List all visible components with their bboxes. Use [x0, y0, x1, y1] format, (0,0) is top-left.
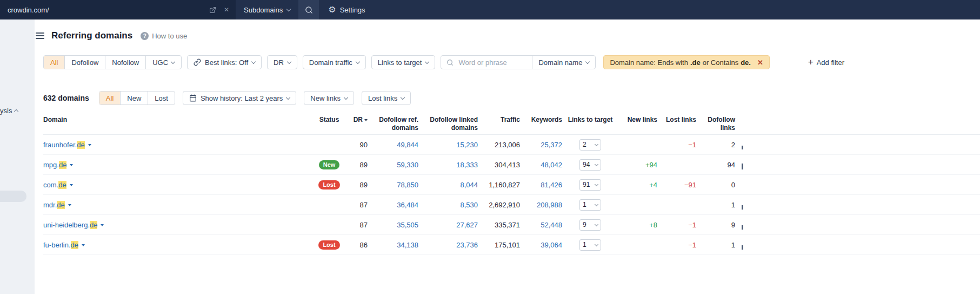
chevron-down-icon	[595, 222, 598, 226]
col-header-links-to-target[interactable]: Links to target	[562, 116, 618, 124]
domain-text: mdr.	[43, 201, 57, 209]
segment-dofollow[interactable]: Dofollow	[64, 56, 105, 69]
domain-highlight: de	[90, 221, 97, 229]
domain-link[interactable]: com.de	[43, 181, 66, 189]
search-button[interactable]	[298, 0, 319, 19]
menu-icon[interactable]	[36, 32, 44, 39]
dofollow-linked-domains-value[interactable]: 27,627	[418, 221, 478, 229]
links-to-target-select[interactable]: 2	[579, 139, 601, 151]
table-row: fraunhofer.de 90 49,844 15,230 213,006 2…	[43, 135, 980, 155]
col-header-dofollow-ref-domains[interactable]: Dofollow ref. domains	[368, 116, 418, 132]
subdomains-label: Subdomains	[244, 6, 283, 14]
subdomains-dropdown[interactable]: Subdomains	[236, 0, 298, 19]
segment-ugc-label: UGC	[152, 58, 168, 67]
segment-all[interactable]: All	[44, 56, 64, 69]
domain-traffic-filter-button[interactable]: Domain traffic	[303, 55, 366, 69]
link-icon	[194, 58, 201, 66]
domain-dropdown-caret-icon[interactable]	[70, 164, 73, 166]
domain-cell: com.de	[43, 181, 314, 189]
word-search-box	[441, 56, 532, 69]
show-history-button[interactable]: Show history: Last 2 years	[183, 91, 296, 105]
col-header-dofollow-linked-domains[interactable]: Dofollow linked domains	[418, 116, 478, 132]
domain-dropdown-caret-icon[interactable]	[82, 244, 85, 246]
keywords-value[interactable]: 25,372	[520, 141, 562, 149]
domain-link[interactable]: fraunhofer.de	[43, 141, 85, 149]
col-header-lost-links[interactable]: Lost links	[657, 116, 696, 124]
dofollow-linked-domains-value[interactable]: 8,044	[418, 181, 478, 189]
segment-nofollow[interactable]: Nofollow	[105, 56, 145, 69]
domain-dropdown-caret-icon[interactable]	[68, 204, 71, 206]
keywords-value[interactable]: 39,064	[520, 241, 562, 249]
status-segment-all[interactable]: All	[99, 92, 120, 104]
dofollow-linked-domains-value[interactable]: 8,530	[418, 201, 478, 209]
domain-link[interactable]: mdr.de	[43, 201, 65, 209]
keywords-value[interactable]: 48,042	[520, 161, 562, 169]
domain-cell: fraunhofer.de	[43, 141, 314, 149]
status-segment-lost[interactable]: Lost	[148, 92, 175, 104]
links-to-target-select[interactable]: 91	[579, 179, 601, 191]
dofollow-ref-domains-value[interactable]: 36,484	[368, 201, 418, 209]
how-to-use-button[interactable]: ? How to use	[141, 32, 187, 40]
links-to-target-select[interactable]: 94	[579, 159, 601, 171]
col-header-domain[interactable]: Domain	[43, 116, 314, 124]
domain-dropdown-caret-icon[interactable]	[88, 144, 91, 146]
domain-link[interactable]: mpg.de	[43, 161, 66, 169]
dofollow-ref-domains-value[interactable]: 49,844	[368, 141, 418, 149]
status-cell: Lost	[314, 180, 345, 190]
word-search-input[interactable]	[457, 58, 526, 67]
target-url[interactable]: crowdin.com/	[8, 6, 202, 14]
dr-value: 87	[345, 201, 368, 209]
target-url-field[interactable]: crowdin.com/ ✕	[0, 0, 236, 19]
dofollow-ref-domains-value[interactable]: 34,138	[368, 241, 418, 249]
domain-dropdown-caret-icon[interactable]	[70, 184, 73, 186]
col-header-dofollow-links[interactable]: Dofollow links	[696, 116, 735, 132]
keywords-value[interactable]: 81,426	[520, 181, 562, 189]
dr-filter-button[interactable]: DR	[267, 55, 297, 69]
show-history-label: Show history: Last 2 years	[201, 94, 283, 102]
links-to-target-select[interactable]: 1	[579, 239, 601, 251]
dofollow-links-value: 1	[696, 201, 735, 209]
table-row: mdr.de 87 36,484 8,530 2,692,910 208,988…	[43, 195, 980, 215]
links-to-target-filter-button[interactable]: Links to target	[371, 55, 436, 69]
sidebar-partial-button[interactable]	[0, 191, 26, 202]
search-scope-dropdown[interactable]: Domain name	[532, 56, 595, 69]
dofollow-linked-domains-value[interactable]: 15,230	[418, 141, 478, 149]
domain-dropdown-caret-icon[interactable]	[101, 224, 104, 226]
col-header-keywords[interactable]: Keywords	[520, 116, 562, 124]
main-content: Referring domains ? How to use All Dofol…	[35, 19, 980, 255]
keywords-value[interactable]: 52,448	[520, 221, 562, 229]
sidebar-partial-item[interactable]: ysis	[0, 107, 18, 115]
status-segment-new[interactable]: New	[120, 92, 148, 104]
new-links-dropdown[interactable]: New links	[304, 91, 354, 105]
open-external-link-icon[interactable]	[209, 6, 216, 14]
dofollow-linked-domains-value[interactable]: 23,736	[418, 241, 478, 249]
add-filter-button[interactable]: + Add filter	[808, 58, 844, 67]
col-header-traffic[interactable]: Traffic	[478, 116, 520, 124]
links-to-target-value: 1	[583, 201, 586, 208]
links-to-target-value: 91	[583, 181, 590, 188]
col-header-new-links[interactable]: New links	[618, 116, 657, 124]
dr-value: 90	[345, 141, 368, 149]
dofollow-ref-domains-value[interactable]: 35,505	[368, 221, 418, 229]
col-header-dr[interactable]: DR	[345, 116, 368, 124]
domain-link[interactable]: fu-berlin.de	[43, 241, 78, 249]
segment-ugc[interactable]: UGC	[145, 56, 181, 69]
col-header-status[interactable]: Status	[314, 116, 345, 124]
domain-highlight: de	[77, 141, 84, 149]
settings-button[interactable]: ⚙ Settings	[328, 5, 365, 14]
dofollow-ref-domains-value[interactable]: 59,330	[368, 161, 418, 169]
links-to-target-select[interactable]: 1	[579, 199, 601, 211]
clear-url-icon[interactable]: ✕	[224, 6, 229, 14]
domain-link[interactable]: uni-heidelberg.de	[43, 221, 97, 229]
links-to-target-cell: 1	[562, 239, 618, 251]
remove-filter-icon[interactable]: ✕	[757, 58, 763, 67]
dofollow-ref-domains-value[interactable]: 78,850	[368, 181, 418, 189]
chevron-down-icon	[286, 95, 290, 99]
gear-icon: ⚙	[328, 5, 336, 14]
dofollow-linked-domains-value[interactable]: 18,333	[418, 161, 478, 169]
lost-links-dropdown[interactable]: Lost links	[362, 91, 411, 105]
links-to-target-select[interactable]: 9	[579, 219, 601, 231]
best-links-button[interactable]: Best links: Off	[187, 55, 262, 69]
table-header-row: Domain Status DR Dofollow ref. domains D…	[43, 116, 980, 135]
keywords-value[interactable]: 208,988	[520, 201, 562, 209]
